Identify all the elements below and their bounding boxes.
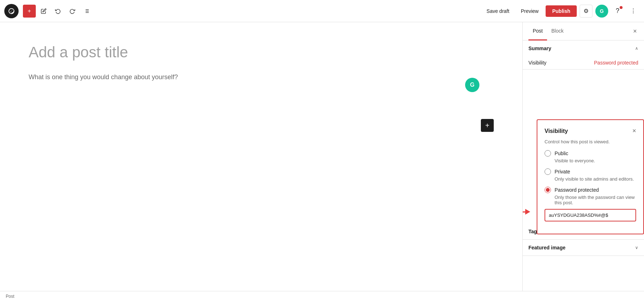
- private-sublabel: Only visible to site admins and editors.: [555, 176, 636, 182]
- public-radio-label[interactable]: Public: [545, 150, 636, 157]
- undo-button[interactable]: [52, 5, 64, 18]
- sidebar-close-button[interactable]: ×: [631, 26, 638, 37]
- popover-title: Visibility: [545, 128, 568, 134]
- status-bar: Post: [0, 291, 644, 301]
- toolbar-right: Save draft Preview Publish ⚙ G ? ⋮: [482, 5, 640, 18]
- preview-button[interactable]: Preview: [517, 6, 543, 16]
- password-radio-input[interactable]: [545, 187, 551, 193]
- public-label-text: Public: [555, 150, 568, 156]
- visibility-label: Visibility: [528, 60, 546, 66]
- private-radio-label[interactable]: Private: [545, 168, 636, 175]
- popover-close-button[interactable]: ×: [632, 127, 636, 135]
- featured-image-header[interactable]: Featured image ∨: [523, 240, 644, 255]
- featured-chevron-icon: ∨: [635, 245, 638, 250]
- sidebar: Post Block × Summary ∧ Visibility Passwo…: [522, 22, 644, 291]
- toolbar-left: +: [4, 4, 93, 18]
- visibility-popover: Visibility × Control how this post is vi…: [537, 119, 644, 234]
- visibility-value[interactable]: Password protected: [594, 60, 638, 66]
- password-sublabel: Only those with the password can view th…: [555, 195, 636, 205]
- popover-description: Control how this post is viewed.: [545, 139, 636, 144]
- post-title-input[interactable]: Add a post title: [29, 44, 494, 61]
- public-sublabel: Visible to everyone.: [555, 158, 636, 163]
- visibility-row: Visibility Password protected: [523, 56, 644, 69]
- publish-button[interactable]: Publish: [546, 5, 577, 17]
- arrow-indicator: [522, 209, 530, 215]
- summary-section: Summary ∧ Visibility Password protected …: [523, 40, 644, 70]
- arrow-line: [522, 211, 525, 212]
- public-option: Public Visible to everyone.: [545, 150, 636, 163]
- password-label-text: Password protected: [555, 187, 599, 193]
- tab-block[interactable]: Block: [547, 22, 568, 40]
- settings-button[interactable]: ⚙: [580, 5, 592, 18]
- post-body-text[interactable]: What is one thing you would change about…: [29, 72, 494, 83]
- password-field[interactable]: [545, 209, 636, 221]
- private-option: Private Only visible to site admins and …: [545, 168, 636, 182]
- featured-image-section: Featured image ∨: [523, 240, 644, 256]
- toolbar: + Save draft Preview Publish ⚙ G ? ⋮: [0, 0, 644, 22]
- arrow-head: [525, 209, 530, 215]
- summary-chevron-icon: ∧: [635, 46, 638, 51]
- private-label-text: Private: [555, 169, 570, 175]
- notification-dot: [620, 6, 623, 9]
- sidebar-tabs: Post Block ×: [523, 22, 644, 40]
- help-button[interactable]: ?: [611, 5, 624, 18]
- add-block-inline-button[interactable]: +: [481, 119, 494, 132]
- tab-post[interactable]: Post: [528, 22, 547, 40]
- summary-header[interactable]: Summary ∧: [523, 40, 644, 56]
- editor-area: Add a post title What is one thing you w…: [0, 22, 522, 291]
- status-label: Post: [6, 294, 14, 299]
- more-options-button[interactable]: ⋮: [627, 5, 640, 18]
- save-draft-button[interactable]: Save draft: [482, 6, 514, 16]
- wp-logo: [4, 4, 19, 18]
- password-option: Password protected Only those with the p…: [545, 187, 636, 221]
- summary-title: Summary: [528, 46, 551, 51]
- list-view-button[interactable]: [80, 5, 93, 18]
- private-radio-input[interactable]: [545, 168, 551, 175]
- popover-header: Visibility ×: [545, 127, 636, 135]
- redo-button[interactable]: [66, 5, 79, 18]
- grammarly-toolbar-icon[interactable]: G: [595, 5, 608, 18]
- main-area: Add a post title What is one thing you w…: [0, 22, 644, 291]
- add-block-button[interactable]: +: [23, 5, 36, 18]
- featured-image-label: Featured image: [528, 245, 565, 250]
- password-radio-label[interactable]: Password protected: [545, 187, 636, 193]
- edit-icon-button[interactable]: [37, 5, 50, 18]
- public-radio-input[interactable]: [545, 150, 551, 157]
- grammarly-inline-icon[interactable]: G: [465, 78, 479, 92]
